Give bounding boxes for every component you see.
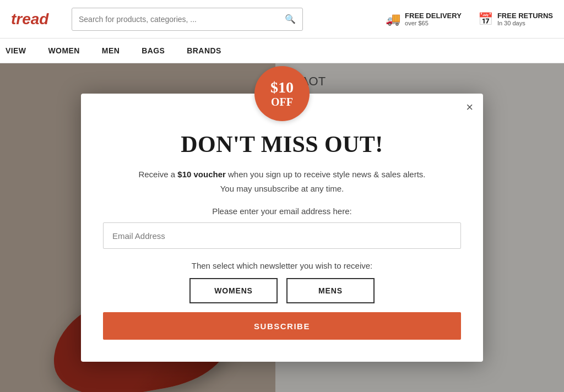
site-header: tread 🔍 🚚 FREE DELIVERY over $65 📅 FREE … bbox=[0, 0, 564, 39]
email-label: Please enter your email address here: bbox=[81, 206, 483, 216]
returns-icon: 📅 bbox=[478, 12, 493, 26]
body-line2: You may unsubscribe at any time. bbox=[220, 184, 344, 193]
subscribe-button[interactable]: SUBSCRIBE bbox=[103, 312, 461, 340]
search-input[interactable] bbox=[72, 15, 278, 24]
search-bar[interactable]: 🔍 bbox=[72, 8, 303, 31]
modal-headline: DON'T MISS OUT! bbox=[81, 131, 483, 157]
site-logo: tread bbox=[11, 10, 61, 28]
nav-item-men[interactable]: MEN bbox=[102, 46, 120, 55]
newsletter-buttons: WOMENS MENS bbox=[81, 278, 483, 303]
mens-newsletter-button[interactable]: MENS bbox=[286, 278, 375, 303]
nav-item-women[interactable]: WOMEN bbox=[48, 46, 79, 55]
discount-badge: $10 OFF bbox=[254, 66, 310, 121]
modal-body-text: Receive a $10 voucher when you sign up t… bbox=[81, 167, 483, 195]
modal-overlay: $10 OFF × DON'T MISS OUT! Receive a $10 … bbox=[0, 63, 564, 392]
product-brand: NAOT bbox=[292, 74, 547, 89]
nav-item-brands[interactable]: BRANDS bbox=[187, 46, 221, 55]
delivery-subtitle: over $65 bbox=[405, 20, 462, 26]
womens-newsletter-button[interactable]: WOMENS bbox=[189, 278, 278, 303]
modal-close-button[interactable]: × bbox=[466, 101, 473, 113]
delivery-badge: 🚚 FREE DELIVERY over $65 bbox=[386, 12, 462, 26]
search-button[interactable]: 🔍 bbox=[278, 14, 302, 24]
newsletter-label: Then select which newsletter you wish to… bbox=[81, 261, 483, 270]
discount-amount: $10 bbox=[270, 79, 294, 96]
body-prefix: Receive a bbox=[138, 170, 177, 179]
search-icon: 🔍 bbox=[285, 14, 296, 24]
email-input[interactable] bbox=[103, 222, 461, 249]
discount-off-label: OFF bbox=[271, 96, 293, 108]
delivery-title: FREE DELIVERY bbox=[405, 12, 462, 20]
returns-title: FREE RETURNS bbox=[497, 12, 553, 20]
returns-subtitle: In 30 days bbox=[497, 20, 553, 26]
body-suffix: when you sign up to receive style news &… bbox=[226, 170, 426, 179]
body-voucher: $10 voucher bbox=[177, 170, 226, 179]
signup-modal: $10 OFF × DON'T MISS OUT! Receive a $10 … bbox=[81, 94, 483, 362]
nav-item-bags[interactable]: BAGS bbox=[142, 46, 165, 55]
returns-badge: 📅 FREE RETURNS In 30 days bbox=[478, 12, 553, 26]
delivery-icon: 🚚 bbox=[386, 12, 400, 26]
main-nav: VIEW WOMEN MEN BAGS BRANDS bbox=[0, 39, 564, 63]
nav-item-view[interactable]: VIEW bbox=[6, 46, 26, 55]
header-badges: 🚚 FREE DELIVERY over $65 📅 FREE RETURNS … bbox=[386, 12, 553, 26]
